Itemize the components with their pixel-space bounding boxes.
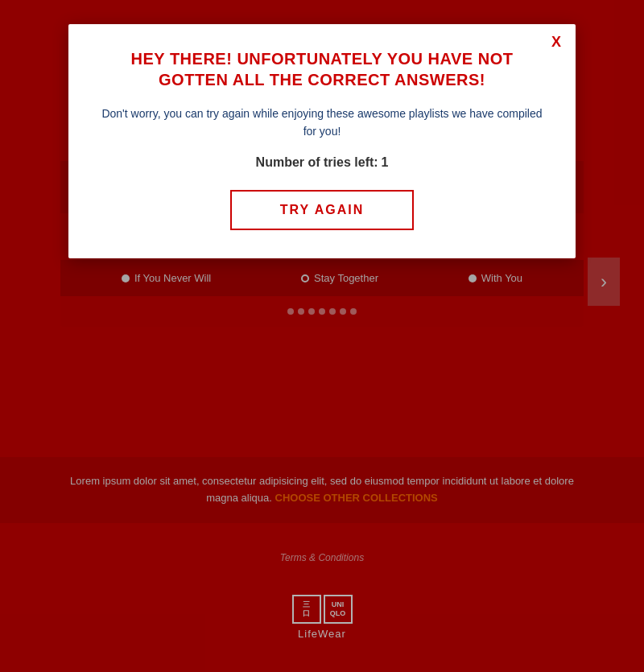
modal-subtitle: Don't worry, you can try again while enj… (101, 105, 543, 141)
tries-label: Number of tries left: (256, 155, 378, 169)
modal-dialog: X HEY THERE! UNFORTUNATELY YOU HAVE NOT … (68, 24, 576, 258)
tries-left-text: Number of tries left: 1 (101, 155, 543, 170)
close-button[interactable]: X (551, 34, 561, 51)
tries-count: 1 (382, 155, 389, 169)
modal-title: HEY THERE! UNFORTUNATELY YOU HAVE NOT GO… (101, 48, 543, 90)
try-again-button[interactable]: TRY AGAIN (230, 190, 415, 230)
